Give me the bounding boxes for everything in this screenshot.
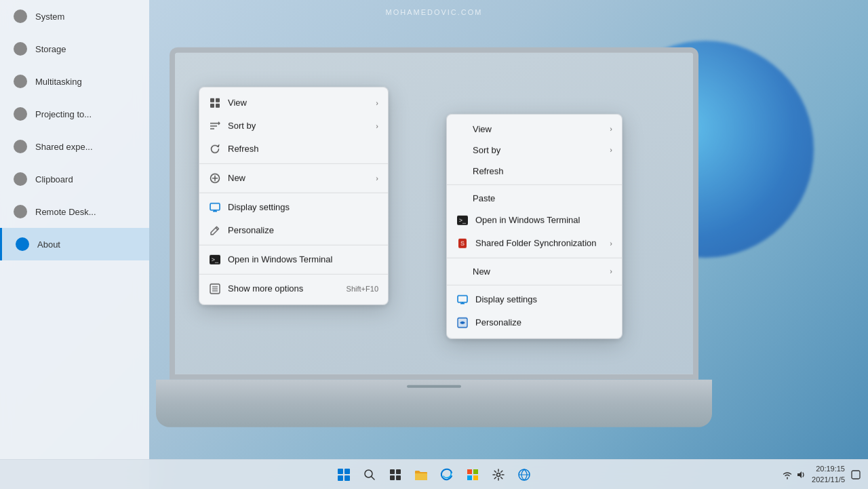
r-menu-item-refresh[interactable]: Refresh xyxy=(447,160,622,181)
taskbar-taskview-button[interactable] xyxy=(384,464,406,486)
context-menu-left: View › Sort by › xyxy=(199,86,389,305)
more-icon xyxy=(209,282,221,294)
menu-item-sortby[interactable]: Sort by › xyxy=(199,114,388,137)
r-menu-item-sortby[interactable]: Sort by › xyxy=(447,139,622,160)
r-new-chevron: › xyxy=(610,267,612,275)
svg-rect-26 xyxy=(390,475,395,480)
view-icon xyxy=(209,96,221,109)
laptop-frame: View › Sort by › xyxy=(156,47,712,427)
svg-rect-24 xyxy=(390,469,395,474)
r-display-label: Display settings xyxy=(475,294,612,305)
r-menu-item-paste[interactable]: Paste xyxy=(447,187,622,208)
svg-point-32 xyxy=(497,473,500,476)
svg-rect-18 xyxy=(458,295,467,302)
terminal-icon: >_ xyxy=(209,253,221,265)
storage-icon xyxy=(14,42,27,56)
r-separator-1 xyxy=(447,184,622,184)
r-personalize-icon xyxy=(456,316,469,328)
svg-rect-1 xyxy=(216,98,220,102)
watermark-text: MOHAMEDOVIC.COM xyxy=(385,8,482,16)
r-separator-2 xyxy=(447,257,622,258)
svg-rect-29 xyxy=(473,469,478,474)
svg-rect-11 xyxy=(213,210,217,212)
separator-1 xyxy=(199,163,388,163)
view-chevron: › xyxy=(376,98,378,106)
taskbar-store-button[interactable] xyxy=(462,464,484,486)
menu-item-display[interactable]: Display settings xyxy=(199,195,388,218)
menu-item-terminal[interactable]: >_ Open in Windows Terminal xyxy=(199,248,388,271)
r-shared-label: Shared Folder Synchronization xyxy=(475,238,603,248)
taskbar-right: 20:19:15 2021/11/5 xyxy=(782,464,861,485)
taskbar-search-button[interactable] xyxy=(359,464,380,486)
separator-2 xyxy=(199,192,388,193)
network-icon xyxy=(782,469,793,480)
taskbar-explorer-button[interactable] xyxy=(410,464,432,486)
sidebar-item-projecting[interactable]: Projecting to... xyxy=(0,98,149,130)
r-menu-item-personalize[interactable]: Personalize xyxy=(447,311,622,334)
r-shared-chevron: › xyxy=(610,239,612,247)
r-menu-item-view[interactable]: View › xyxy=(447,118,622,139)
taskbar: 20:19:15 2021/11/5 xyxy=(0,459,868,489)
r-paste-label: Paste xyxy=(456,193,612,203)
taskbar-browser-button[interactable] xyxy=(513,464,535,486)
refresh-icon xyxy=(209,142,221,155)
r-view-label: View xyxy=(456,123,603,134)
refresh-label: Refresh xyxy=(228,144,378,154)
display-label: Display settings xyxy=(228,202,378,212)
r-sortby-label: Sort by xyxy=(456,144,603,155)
sidebar-item-label: Shared expe... xyxy=(35,142,93,152)
svg-rect-30 xyxy=(467,475,472,480)
taskbar-start-button[interactable] xyxy=(333,464,355,486)
sidebar-item-storage[interactable]: Storage xyxy=(0,33,149,65)
sortby-icon xyxy=(209,119,221,132)
more-shortcut: Shift+F10 xyxy=(347,284,378,292)
sidebar-item-remote[interactable]: Remote Desk... xyxy=(0,195,149,228)
r-menu-item-display[interactable]: Display settings xyxy=(447,288,622,311)
r-personalize-label: Personalize xyxy=(475,317,612,328)
svg-rect-3 xyxy=(216,103,220,107)
sidebar-item-clipboard[interactable]: Clipboard xyxy=(0,163,149,195)
sidebar-item-label: Remote Desk... xyxy=(35,207,96,217)
projecting-icon xyxy=(14,107,27,121)
sidebar-item-multitasking[interactable]: Multitasking xyxy=(0,65,149,98)
separator-3 xyxy=(199,244,388,245)
svg-rect-34 xyxy=(852,471,860,479)
sidebar-item-about[interactable]: About xyxy=(0,228,149,260)
context-menu-right: View › Sort by › Refresh Paste >_ xyxy=(446,113,623,338)
display-icon xyxy=(209,201,221,213)
menu-item-view[interactable]: View › xyxy=(199,91,388,114)
about-icon xyxy=(16,237,29,251)
sidebar-item-label: System xyxy=(35,12,64,22)
svg-rect-2 xyxy=(210,103,214,107)
volume-icon xyxy=(795,469,806,480)
sidebar-item-label: Storage xyxy=(35,44,66,54)
svg-line-23 xyxy=(372,476,375,480)
svg-rect-19 xyxy=(460,302,465,304)
terminal-label: Open in Windows Terminal xyxy=(228,254,378,265)
notification-icon[interactable] xyxy=(850,469,861,480)
menu-item-personalize[interactable]: Personalize xyxy=(199,218,388,241)
r-terminal-icon: >_ xyxy=(456,214,469,226)
menu-item-refresh[interactable]: Refresh xyxy=(199,137,388,160)
taskbar-settings-button[interactable] xyxy=(488,464,509,486)
sidebar-item-system[interactable]: System xyxy=(0,0,149,33)
laptop-camera xyxy=(431,47,437,48)
sidebar-item-label: About xyxy=(37,239,60,250)
time-value: 20:19:15 xyxy=(812,464,845,474)
sidebar-item-shared[interactable]: Shared expe... xyxy=(0,130,149,163)
sortby-label: Sort by xyxy=(228,121,369,131)
view-label: View xyxy=(228,98,369,108)
shared-icon xyxy=(14,140,27,153)
sidebar-item-label: Projecting to... xyxy=(35,109,92,119)
r-refresh-label: Refresh xyxy=(456,165,612,176)
r-display-icon xyxy=(456,293,469,305)
system-icon xyxy=(14,9,27,23)
r-menu-item-shared[interactable]: S Shared Folder Synchronization › xyxy=(447,231,622,254)
taskbar-edge-button[interactable] xyxy=(436,464,458,486)
r-menu-item-terminal[interactable]: >_ Open in Windows Terminal xyxy=(447,208,622,231)
svg-rect-31 xyxy=(473,475,478,480)
svg-rect-28 xyxy=(467,469,472,474)
menu-item-more[interactable]: Show more options Shift+F10 xyxy=(199,277,388,300)
r-menu-item-new[interactable]: New › xyxy=(447,260,622,281)
menu-item-new[interactable]: New › xyxy=(199,166,388,189)
